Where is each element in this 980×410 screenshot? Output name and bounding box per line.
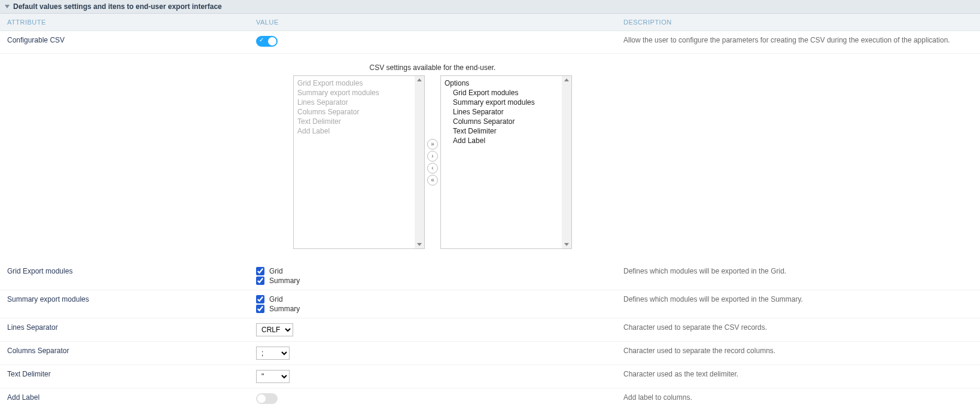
select-lines-separator[interactable]: CRLF [256, 323, 293, 336]
desc-summary-export: Defines which modules will be exported i… [616, 290, 980, 318]
grid-export-label: Grid [269, 267, 283, 275]
grid-export-option: Summary [256, 277, 300, 285]
summary-export-option: Summary [256, 305, 300, 313]
desc-configurable-csv: Allow the user to configure the paramete… [616, 31, 980, 53]
list-item[interactable]: Grid Export modules [297, 78, 421, 88]
grid-export-label: Summary [269, 277, 300, 285]
list-item[interactable]: Lines Separator [445, 107, 568, 117]
summary-export-checkbox[interactable] [256, 305, 264, 313]
summary-export-checkbox[interactable] [256, 295, 264, 303]
desc-lines-separator: Character used to separate the CSV recor… [616, 318, 980, 341]
dual-list-title: CSV settings available for the end-user. [370, 63, 496, 72]
select-columns-separator[interactable]: ; [256, 347, 290, 360]
list-item[interactable]: Lines Separator [297, 98, 421, 107]
toggle-configurable-csv[interactable] [256, 36, 278, 47]
list-item[interactable]: Columns Separator [445, 117, 568, 126]
list-group[interactable]: Options [445, 78, 568, 88]
attr-add-label: Add Label [0, 388, 249, 410]
row-summary-export-modules: Summary export modules GridSummary Defin… [0, 290, 980, 318]
collapse-icon[interactable] [5, 5, 10, 8]
row-configurable-csv: Configurable CSV Allow the user to confi… [0, 31, 980, 54]
attr-summary-export: Summary export modules [0, 290, 249, 318]
move-right-button[interactable]: › [427, 151, 438, 162]
grid-export-checkbox[interactable] [256, 267, 264, 275]
list-item[interactable]: Add Label [445, 136, 568, 145]
list-item[interactable]: Summary export modules [445, 98, 568, 107]
column-headers: Attribute Value Description [0, 14, 980, 31]
scrollbar[interactable] [562, 76, 571, 248]
list-item[interactable]: Text Delimiter [297, 117, 421, 126]
attr-text-delimiter: Text Delimiter [0, 365, 249, 388]
row-text-delimiter: Text Delimiter " Character used as the t… [0, 365, 980, 388]
list-item[interactable]: Columns Separator [297, 107, 421, 117]
toggle-add-label[interactable] [256, 393, 278, 404]
summary-export-label: Summary [269, 305, 300, 313]
list-item[interactable]: Summary export modules [297, 88, 421, 98]
panel-title: Default values settings and itens to end… [13, 2, 222, 11]
row-dual-list: CSV settings available for the end-user.… [0, 54, 980, 262]
row-columns-separator: Columns Separator ; Character used to se… [0, 342, 980, 365]
col-header-attribute: Attribute [0, 14, 249, 31]
desc-grid-export: Defines which modules will be exported i… [616, 262, 980, 290]
attr-columns-separator: Columns Separator [0, 342, 249, 365]
summary-export-label: Grid [269, 295, 283, 303]
attr-configurable-csv: Configurable CSV [0, 31, 249, 53]
attr-lines-separator: Lines Separator [0, 318, 249, 341]
grid-export-option: Grid [256, 267, 283, 275]
scrollbar[interactable] [415, 76, 424, 248]
summary-export-option: Grid [256, 295, 283, 303]
mover-buttons: » › ‹ « [427, 139, 438, 186]
list-item[interactable]: Add Label [297, 126, 421, 136]
grid-export-checkbox[interactable] [256, 277, 264, 285]
row-grid-export-modules: Grid Export modules GridSummary Defines … [0, 262, 980, 290]
select-text-delimiter[interactable]: " [256, 370, 290, 383]
desc-text-delimiter: Character used as the text delimiter. [616, 365, 980, 388]
row-lines-separator: Lines Separator CRLF Character used to s… [0, 318, 980, 342]
row-add-label: Add Label Add label to columns. [0, 388, 980, 410]
attr-grid-export: Grid Export modules [0, 262, 249, 290]
panel-header[interactable]: Default values settings and itens to end… [0, 0, 980, 14]
move-all-left-button[interactable]: « [427, 175, 438, 186]
move-all-right-button[interactable]: » [427, 139, 438, 150]
desc-columns-separator: Character used to separate the record co… [616, 342, 980, 365]
col-header-value: Value [249, 14, 616, 31]
col-header-description: Description [616, 14, 980, 31]
list-item[interactable]: Grid Export modules [445, 88, 568, 98]
selected-listbox[interactable]: OptionsGrid Export modulesSummary export… [440, 75, 572, 249]
list-item[interactable]: Text Delimiter [445, 126, 568, 136]
desc-add-label: Add label to columns. [616, 388, 980, 410]
move-left-button[interactable]: ‹ [427, 163, 438, 174]
available-listbox[interactable]: Grid Export modulesSummary export module… [293, 75, 425, 249]
